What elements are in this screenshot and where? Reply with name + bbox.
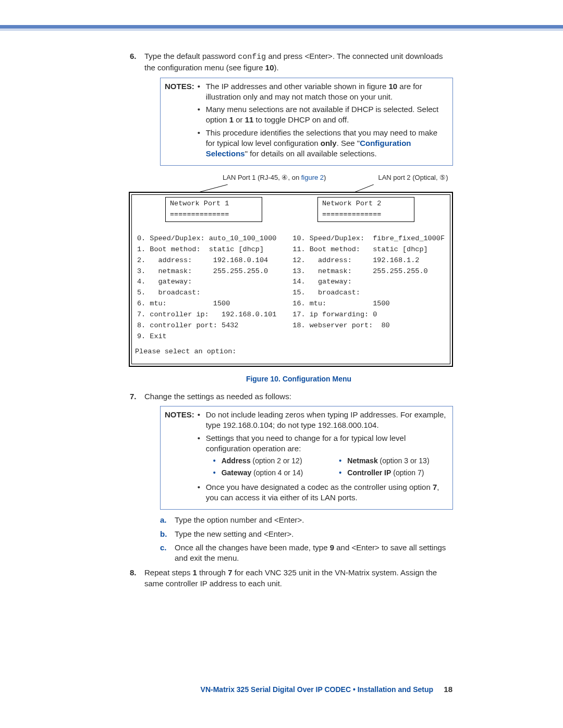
note-2-3: Once you have designated a codec as the …: [198, 482, 448, 503]
top-rule: [0, 25, 563, 30]
step-7-number: 7.: [130, 391, 137, 402]
body-content: 6. Type the default password config and …: [130, 51, 453, 593]
terminal-col-1: 0. Speed/Duplex: auto_10_100_1000 1. Boo…: [137, 233, 283, 342]
step-7-text: Change the settings as needed as follows…: [144, 392, 291, 401]
step-8-text: Repeat steps 1 through 7 for each VNC 32…: [144, 568, 437, 587]
footer-page-number: 18: [444, 685, 452, 694]
figure-2-link[interactable]: figure 2: [301, 174, 324, 181]
step-7: 7. Change the settings as needed as foll…: [130, 391, 453, 564]
opt-address: Address (option 2 or 12): [213, 456, 323, 466]
step-6: 6. Type the default password config and …: [130, 51, 453, 384]
network-port-2-header: Network Port 2 ==============: [317, 197, 414, 222]
terminal-prompt: Please select an option:: [135, 347, 445, 357]
leader-labels: LAN Port 1 (RJ-45, ④, on figure 2) LAN p…: [129, 173, 453, 182]
note-2: Many menu selections are not available i…: [198, 104, 448, 126]
notes-label: NOTES:: [165, 81, 194, 92]
step-8: 8. Repeat steps 1 through 7 for each VNC…: [130, 567, 453, 589]
note-3: This procedure identifies the selections…: [198, 128, 448, 159]
step-8-number: 8.: [130, 567, 137, 578]
notes-label-2: NOTES:: [165, 410, 194, 420]
notes-box-1: NOTES: The IP addresses and other variab…: [160, 78, 453, 166]
terminal-col-2: 10. Speed/Duplex: fibre_fixed_1000F 11. …: [292, 233, 445, 342]
terminal-frame: Network Port 1 ============== Network Po…: [129, 192, 453, 367]
figure-ref-10: 10: [265, 63, 274, 72]
opt-controller-ip: Controller IP (option 7): [339, 468, 448, 478]
password-literal: config: [238, 53, 266, 61]
step-6-text: Type the default password config and pre…: [144, 52, 443, 72]
footer-title: VN-Matrix 325 Serial Digital Over IP COD…: [201, 685, 434, 694]
notes-box-2: NOTES: Do not include leading zeros when…: [160, 406, 453, 510]
leader-2: LAN port 2 (Optical, ⑤): [378, 173, 448, 182]
page-footer: VN-Matrix 325 Serial Digital Over IP COD…: [0, 684, 563, 695]
note-2-2: Settings that you need to change for a f…: [198, 433, 448, 480]
substep-b: b. Type the new setting and <Enter>.: [160, 529, 453, 539]
substep-c: c. Once all the changes have been made, …: [160, 542, 453, 564]
figure-10-caption: Figure 10. Configuration Menu: [144, 374, 453, 384]
note-1: The IP addresses and other variable show…: [198, 81, 448, 103]
config-menu-diagram: LAN Port 1 (RJ-45, ④, on figure 2) LAN p…: [129, 173, 453, 367]
page: 6. Type the default password config and …: [0, 0, 563, 728]
substep-a: a. Type the option number and <Enter>.: [160, 515, 453, 525]
opt-gateway: Gateway (option 4 or 14): [213, 468, 323, 478]
opt-netmask: Netmask (option 3 or 13): [339, 456, 448, 466]
step-6-number: 6.: [130, 51, 137, 61]
note-2-1: Do not include leading zeros when typing…: [198, 410, 448, 431]
network-port-1-header: Network Port 1 ==============: [165, 197, 262, 222]
